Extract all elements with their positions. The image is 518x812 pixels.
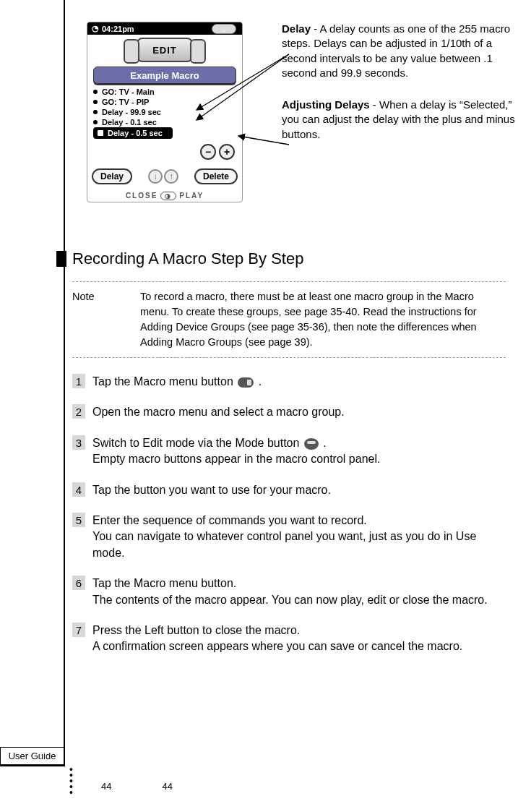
pause-icon [98, 130, 103, 136]
dotted-continuation: ••••• [69, 766, 73, 795]
step-4: 4 Tap the button you want to use for you… [72, 482, 506, 498]
delete-button[interactable]: Delete [194, 168, 238, 184]
edit-mode-badge: EDIT [137, 38, 193, 62]
step-number: 3 [72, 435, 85, 450]
user-guide-tab: User Guide [0, 747, 64, 765]
clock-icon: ◔ [92, 24, 99, 33]
step-number: 4 [72, 482, 85, 497]
step-3: 3 Switch to Edit mode via the Mode butto… [72, 435, 506, 468]
device-screenshot: ◔ 04:21pm ⌂ EDIT Example Macro GO: TV - … [87, 22, 243, 202]
section-heading: Recording A Macro Step By Step [72, 249, 506, 268]
step-number: 6 [72, 576, 85, 590]
list-item: Delay - 0.1 sec [93, 117, 236, 127]
step-2: 2 Open the macro menu and select a macro… [72, 404, 506, 420]
plus-button[interactable]: + [219, 144, 235, 160]
note-text: To record a macro, there must be at leas… [140, 289, 506, 350]
minus-button[interactable]: − [200, 144, 216, 160]
step-7: 7 Press the Left button to close the mac… [72, 623, 506, 655]
list-item: GO: TV - PIP [93, 97, 236, 107]
device-statusbar: ◔ 04:21pm ⌂ [87, 22, 242, 35]
step-number: 5 [72, 513, 85, 527]
figure-wrap: ◔ 04:21pm ⌂ EDIT Example Macro GO: TV - … [87, 22, 513, 224]
page-number-right: 44 [162, 781, 172, 792]
mode-button-icon [304, 438, 319, 450]
up-arrow-icon[interactable]: ↑ [164, 169, 178, 184]
callout-adjusting: Adjusting Delays - When a delay is “Sele… [282, 98, 518, 142]
list-item: GO: TV - Main [93, 87, 236, 97]
note-block: Note To record a macro, there must be at… [72, 281, 506, 358]
step-number: 1 [72, 374, 85, 388]
macro-step-list: GO: TV - Main GO: TV - PIP Delay - 99.9 … [93, 87, 236, 139]
home-icon: ⌂ [212, 24, 236, 34]
step-6: 6 Tap the Macro menu button. The content… [72, 576, 506, 608]
heading-marker-icon [56, 251, 66, 267]
step-number: 2 [72, 404, 85, 419]
list-item-selected: Delay - 0.5 sec [93, 127, 173, 139]
page-numbers: 44 44 [101, 781, 173, 792]
minus-plus-group: − + [200, 144, 235, 160]
note-label: Note [72, 289, 116, 350]
device-footer: CLOSE◑PLAY [87, 192, 242, 200]
page-number-left: 44 [101, 781, 111, 792]
down-arrow-icon[interactable]: ↓ [148, 169, 163, 184]
device-time: 04:21pm [102, 25, 134, 33]
step-5: 5 Enter the sequence of commands you wan… [72, 513, 506, 561]
vertical-rule [64, 0, 65, 766]
delay-button[interactable]: Delay [92, 168, 132, 184]
step-number: 7 [72, 623, 85, 637]
mode-oval-icon: ◑ [160, 192, 176, 200]
macro-title: Example Macro [93, 67, 236, 84]
step-1: 1 Tap the Macro menu button . [72, 374, 506, 390]
horizontal-rule [0, 765, 65, 766]
step-list: 1 Tap the Macro menu button . 2 Open the… [72, 374, 506, 655]
callout-text: Delay - A delay counts as one of the 255… [282, 22, 518, 159]
list-item: Delay - 99.9 sec [93, 107, 236, 117]
macro-menu-icon [238, 377, 254, 388]
callout-delay: Delay - A delay counts as one of the 255… [282, 22, 518, 80]
